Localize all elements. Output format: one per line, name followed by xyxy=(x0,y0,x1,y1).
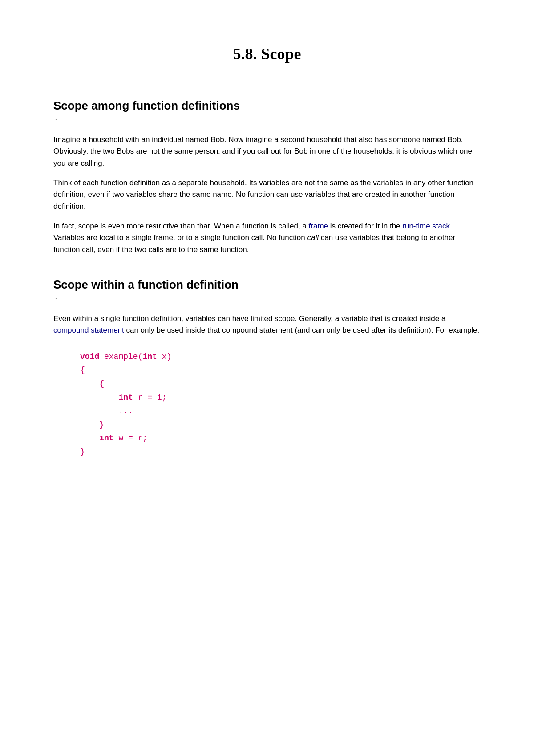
section-heading-2: Scope within a function definition xyxy=(53,278,481,292)
section-heading-1: Scope among function definitions xyxy=(53,99,481,113)
paragraph-1-1: Imagine a household with an individual n… xyxy=(53,134,481,169)
code-line-6: } xyxy=(80,420,104,429)
section-dot-2: · xyxy=(53,295,481,302)
code-line-4: int r = 1; xyxy=(80,393,166,402)
paragraph-1-3: In fact, scope is even more restrictive … xyxy=(53,220,481,256)
page-title: 5.8. Scope xyxy=(53,45,481,63)
code-line-2: { xyxy=(80,366,85,374)
link-frame[interactable]: frame xyxy=(309,222,328,230)
code-line-3: { xyxy=(80,379,104,388)
paragraph-2-1: Even within a single function definition… xyxy=(53,313,481,337)
paragraph-1-2: Think of each function definition as a s… xyxy=(53,177,481,212)
link-runtime-stack[interactable]: run-time stack xyxy=(402,222,450,230)
code-line-1: void example(int x) xyxy=(80,352,171,361)
code-line-5: ... xyxy=(80,406,133,415)
section-dot-1: · xyxy=(53,116,481,123)
code-line-8: } xyxy=(80,447,85,456)
code-block: void example(int x) { { int r = 1; ... }… xyxy=(53,345,481,464)
link-compound-statement[interactable]: compound statement xyxy=(53,326,124,334)
section-scope-among-functions: Scope among function definitions · Imagi… xyxy=(53,99,481,256)
code-line-7: int w = r; xyxy=(80,434,147,443)
section-scope-within-function: Scope within a function definition · Eve… xyxy=(53,278,481,464)
